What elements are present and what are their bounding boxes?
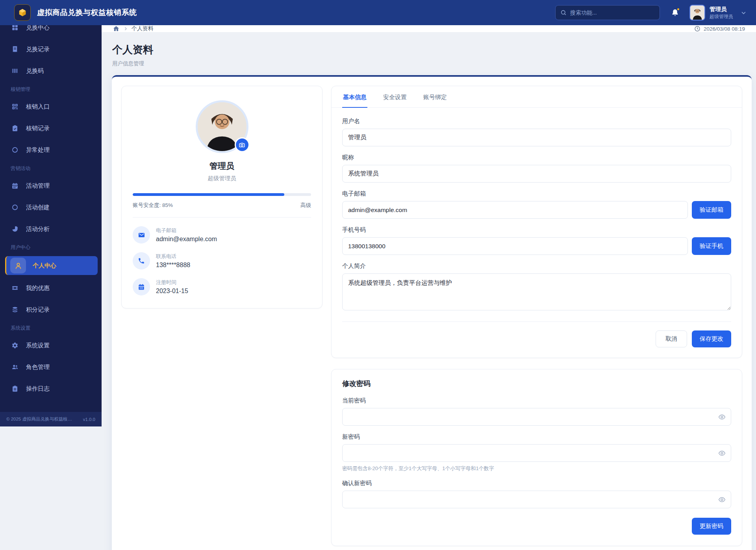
phone-field[interactable] (342, 237, 688, 255)
notification-badge (676, 7, 680, 11)
sidebar-item-points-history[interactable]: 积分记录 (5, 301, 97, 318)
gear-icon (11, 342, 19, 349)
page-title: 个人资料 (112, 43, 743, 57)
verify-email-button[interactable]: 验证邮箱 (692, 201, 731, 219)
current-password-label: 当前密码 (342, 397, 731, 404)
sidebar-item-verify-entry[interactable]: 核销入口 (5, 98, 97, 115)
password-hint: 密码需包含8-20个字符，至少1个大写字母、1个小写字母和1个数字 (342, 465, 731, 472)
sidebar-item-activity-analysis[interactable]: 活动分析 (5, 220, 97, 238)
email-field[interactable] (342, 201, 688, 219)
profile-name: 管理员 (133, 161, 311, 172)
notifications-button[interactable] (671, 9, 679, 17)
contact-email-row: 电子邮箱 admin@example.com (133, 226, 311, 244)
sidebar-item-redeem-codes[interactable]: 兑换码 (5, 62, 97, 79)
sidebar-item-exception-handling[interactable]: 异常处理 (5, 141, 97, 159)
calendar-icon (133, 278, 150, 295)
profile-role: 超级管理员 (133, 175, 311, 182)
topbar-user-role: 超级管理员 (710, 14, 733, 20)
search-input[interactable] (570, 9, 655, 16)
basic-info-card: 基本信息 安全设置 账号绑定 用户名 昵称 (331, 86, 742, 358)
ticket-icon (11, 284, 19, 292)
profile-tabs: 基本信息 安全设置 账号绑定 (332, 86, 742, 108)
tab-basic-info[interactable]: 基本信息 (342, 86, 367, 108)
eye-icon[interactable] (718, 413, 726, 421)
topbar-user-name: 管理员 (710, 6, 733, 13)
change-password-card: 修改密码 当前密码 新密码 (331, 369, 742, 546)
username-label: 用户名 (342, 118, 731, 125)
search-icon (560, 9, 567, 16)
pie-chart-icon (11, 225, 19, 233)
sidebar-item-system-settings[interactable]: 系统设置 (5, 337, 97, 354)
nickname-field[interactable] (342, 165, 731, 183)
app-title: 虚拟商品兑换与权益核销系统 (37, 7, 137, 18)
calendar-icon (11, 182, 19, 189)
contact-registered-row: 注册时间 2023-01-15 (133, 278, 311, 295)
sidebar-item-operation-logs[interactable]: 操作日志 (5, 380, 97, 397)
sidebar: 兑换中心 兑换记录 兑换码 核销管理 核销入口 核销记录 (0, 25, 102, 550)
home-icon[interactable] (113, 25, 120, 32)
confirm-password-label: 确认新密码 (342, 480, 731, 487)
save-changes-button[interactable]: 保存更改 (692, 330, 731, 347)
tab-security-settings[interactable]: 安全设置 (382, 86, 408, 108)
sidebar-item-activity-management[interactable]: 活动管理 (5, 177, 97, 194)
current-password-field[interactable] (342, 408, 731, 426)
camera-icon (239, 142, 245, 148)
profile-summary-card: 管理员 超级管理员 账号安全度: 85% 高级 电子邮箱 admin@ (121, 86, 322, 308)
sidebar-section-marketing: 营销活动 (0, 165, 102, 172)
sidebar-item-redeem-records[interactable]: 兑换记录 (5, 41, 97, 58)
sidebar-section-verify: 核销管理 (0, 86, 102, 93)
receipt-icon (11, 46, 19, 53)
sidebar-section-user: 用户中心 (0, 244, 102, 251)
contact-phone-row: 联系电话 138****8888 (133, 252, 311, 269)
circle-icon (11, 204, 19, 211)
circle-icon (11, 146, 19, 153)
coins-icon (11, 306, 19, 313)
eye-icon[interactable] (718, 449, 726, 457)
qrcode-icon (11, 103, 19, 110)
clock-icon (694, 26, 700, 32)
confirm-password-field[interactable] (342, 491, 731, 508)
bio-field[interactable]: 系统超级管理员，负责平台运营与维护 (342, 273, 731, 310)
version-text: v1.0.0 (83, 417, 95, 422)
phone-icon (133, 252, 150, 269)
sidebar-footer: © 2025 虚拟商品兑换与权益核销系统 v1.0.0 (0, 412, 102, 426)
change-password-title: 修改密码 (342, 379, 731, 388)
topbar: 虚拟商品兑换与权益核销系统 管理员 超级管理员 (0, 0, 756, 25)
breadcrumb-current[interactable]: 个人资料 (132, 25, 154, 32)
avatar (689, 5, 705, 20)
sidebar-section-system: 系统设置 (0, 325, 102, 332)
eye-icon[interactable] (718, 496, 726, 503)
bio-label: 个人简介 (342, 262, 731, 270)
tab-account-binding[interactable]: 账号绑定 (422, 86, 448, 108)
chevron-right-icon (123, 26, 128, 31)
security-level: 高级 (300, 202, 311, 209)
cancel-button[interactable]: 取消 (656, 330, 687, 347)
verify-phone-button[interactable]: 验证手机 (692, 237, 731, 255)
sidebar-item-my-coupons[interactable]: 我的优惠 (5, 279, 97, 297)
email-label: 电子邮箱 (342, 190, 731, 197)
nickname-label: 昵称 (342, 154, 731, 161)
sidebar-item-redeem-center[interactable]: 兑换中心 (5, 25, 97, 36)
sidebar-item-personal-center[interactable]: 个人中心 (5, 256, 98, 275)
mail-icon (133, 226, 150, 244)
chevron-down-icon (741, 10, 747, 16)
grid-icon (11, 25, 19, 31)
barcode-icon (11, 67, 19, 74)
sidebar-item-activity-create[interactable]: 活动创建 (5, 199, 97, 216)
datetime-text: 2026/03/08 08:19 (704, 26, 745, 32)
phone-label: 手机号码 (342, 226, 731, 234)
app-logo (14, 4, 31, 21)
security-label: 账号安全度: 85% (133, 202, 173, 209)
change-avatar-button[interactable] (235, 137, 250, 152)
security-progress (133, 193, 311, 196)
users-icon (11, 364, 19, 371)
user-menu[interactable]: 管理员 超级管理员 (689, 5, 747, 20)
update-password-button[interactable]: 更新密码 (692, 518, 731, 535)
global-search[interactable] (555, 5, 660, 20)
username-field[interactable] (342, 129, 731, 146)
journal-icon (11, 385, 19, 392)
sidebar-item-role-management[interactable]: 角色管理 (5, 358, 97, 376)
new-password-field[interactable] (342, 444, 731, 462)
page-subtitle: 用户信息管理 (112, 60, 743, 67)
sidebar-item-verify-records[interactable]: 核销记录 (5, 120, 97, 137)
